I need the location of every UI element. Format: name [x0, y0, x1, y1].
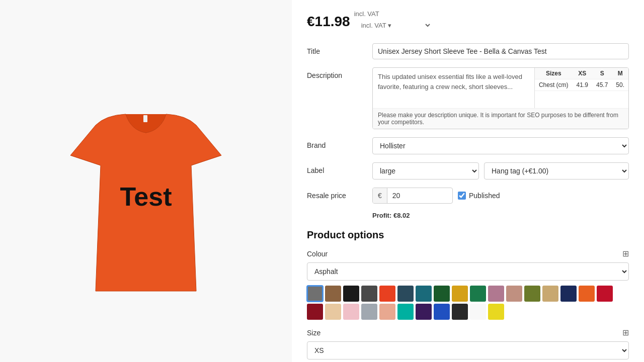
color-swatch-4[interactable]: [379, 286, 395, 302]
description-box: This updated unisex essential fits like …: [372, 67, 629, 129]
color-swatch-16[interactable]: [597, 286, 613, 302]
resale-row: Resale price € Published: [307, 188, 629, 204]
size-table-header-0: Sizes: [535, 68, 573, 79]
color-swatch-27[interactable]: [488, 304, 504, 320]
label-tag-select[interactable]: Hang tag (+€1.00) No label Neck label: [484, 162, 629, 179]
color-swatch-1[interactable]: [325, 286, 341, 302]
label-size-select[interactable]: XS S M L large XL XXL: [372, 162, 479, 179]
color-swatch-23[interactable]: [416, 304, 432, 320]
price-input-row: € Published: [372, 188, 629, 204]
product-price: €11.98: [307, 14, 350, 30]
color-swatch-10[interactable]: [488, 286, 504, 302]
color-swatch-18[interactable]: [325, 304, 341, 320]
size-table-cell-m: 50.: [612, 79, 628, 91]
color-swatch-24[interactable]: [434, 304, 450, 320]
resale-price-input[interactable]: [387, 188, 438, 203]
color-swatch-17[interactable]: [307, 304, 323, 320]
colour-grid-icon[interactable]: ⊞: [622, 249, 629, 258]
resale-control: € Published: [372, 188, 629, 204]
vat-label: incl. VAT incl. VAT ▾ excl. VAT: [354, 10, 432, 33]
size-table-cell-xs: 41.9: [573, 79, 592, 91]
label-row: Label XS S M L large XL XXL Hang tag (+€…: [307, 162, 629, 179]
color-swatch-26[interactable]: [470, 304, 486, 320]
size-table-header-1: XS: [573, 68, 592, 79]
title-row: Title: [307, 43, 629, 59]
color-swatch-20[interactable]: [361, 304, 377, 320]
label-control: XS S M L large XL XXL Hang tag (+€1.00) …: [372, 162, 629, 179]
product-image-panel: Test: [0, 0, 292, 362]
color-swatch-6[interactable]: [416, 286, 432, 302]
title-label: Title: [307, 43, 372, 55]
description-content: This updated unisex essential fits like …: [373, 68, 628, 108]
price-row: €11.98 incl. VAT incl. VAT ▾ excl. VAT: [307, 10, 629, 33]
label-selects-row: XS S M L large XL XXL Hang tag (+€1.00) …: [372, 162, 629, 179]
color-swatch-14[interactable]: [560, 286, 577, 302]
published-row: Published: [458, 192, 500, 200]
color-swatch-21[interactable]: [379, 304, 395, 320]
color-swatch-2[interactable]: [343, 286, 359, 302]
size-table-cell-s: 45.7: [592, 79, 612, 91]
published-checkbox[interactable]: [458, 192, 466, 200]
title-input-wrapper: [372, 43, 629, 59]
size-option-header: Size ⊞: [307, 328, 629, 337]
published-label: Published: [469, 192, 500, 200]
description-row: Description This updated unisex essentia…: [307, 67, 629, 129]
description-note: Please make your description unique. It …: [373, 108, 628, 129]
product-options-title: Product options: [307, 229, 629, 241]
color-swatches: [307, 286, 629, 320]
color-swatch-11[interactable]: [506, 286, 522, 302]
currency-input-wrapper: €: [372, 188, 453, 204]
colour-option-label: Colour: [307, 250, 328, 258]
product-form-panel: €11.98 incl. VAT incl. VAT ▾ excl. VAT T…: [292, 0, 644, 362]
colour-select[interactable]: Asphalt Black White Navy: [307, 262, 629, 281]
resale-label: Resale price: [307, 188, 372, 200]
color-swatch-19[interactable]: [343, 304, 359, 320]
size-option-label: Size: [307, 329, 320, 337]
color-swatch-12[interactable]: [524, 286, 540, 302]
color-swatch-0[interactable]: [307, 286, 323, 302]
size-table-header-2: S: [592, 68, 612, 79]
label-label: Label: [307, 162, 372, 174]
description-label: Description: [307, 67, 372, 79]
vat-dropdown[interactable]: incl. VAT ▾ excl. VAT: [354, 18, 432, 33]
color-swatch-15[interactable]: [579, 286, 595, 302]
color-swatch-25[interactable]: [452, 304, 468, 320]
tshirt-preview: Test: [65, 105, 226, 296]
brand-label: Brand: [307, 137, 372, 149]
size-table: Sizes XS S M Chest (cm) 41.9: [534, 68, 628, 108]
color-swatch-8[interactable]: [452, 286, 468, 302]
size-grid-icon[interactable]: ⊞: [622, 328, 629, 337]
brand-control: Hollister Nike Adidas Puma: [372, 137, 629, 154]
title-input[interactable]: [372, 43, 629, 59]
size-table-header-3: M: [612, 68, 628, 79]
size-table-cell-label: Chest (cm): [535, 79, 573, 91]
profit-row: Profit: €8.02: [372, 212, 629, 219]
description-text[interactable]: This updated unisex essential fits like …: [373, 68, 534, 108]
color-swatch-13[interactable]: [542, 286, 558, 302]
color-swatch-22[interactable]: [397, 304, 414, 320]
profit-label: Profit:: [372, 212, 391, 219]
svg-rect-2: [143, 115, 147, 122]
color-swatch-3[interactable]: [361, 286, 377, 302]
brand-row: Brand Hollister Nike Adidas Puma: [307, 137, 629, 154]
description-control: This updated unisex essential fits like …: [372, 67, 629, 129]
profit-value: €8.02: [393, 212, 410, 219]
svg-text:Test: Test: [120, 182, 172, 211]
size-table-row: Chest (cm) 41.9 45.7 50.: [535, 79, 628, 91]
size-section: Size ⊞ XS S M L XL XXL: [307, 328, 629, 362]
brand-select[interactable]: Hollister Nike Adidas Puma: [372, 137, 629, 154]
color-swatch-7[interactable]: [434, 286, 450, 302]
colour-option-header: Colour ⊞: [307, 249, 629, 258]
color-swatch-9[interactable]: [470, 286, 486, 302]
color-swatch-5[interactable]: [397, 286, 414, 302]
size-select[interactable]: XS S M L XL XXL: [307, 341, 629, 359]
currency-symbol: €: [373, 188, 387, 203]
